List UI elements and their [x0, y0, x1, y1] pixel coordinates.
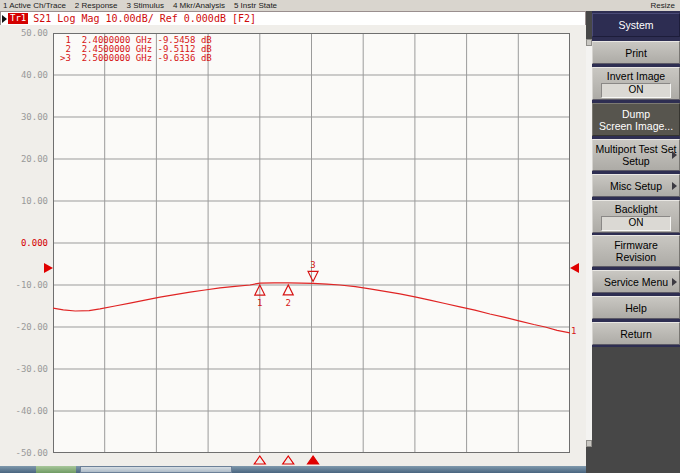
menu-item-5[interactable]: 5 Instr State — [234, 1, 277, 10]
marker-3-symbol[interactable]: 3 — [308, 260, 318, 281]
softkey-label: Misc Setup — [610, 180, 662, 192]
menu-item-1[interactable]: 1 Active Ch/Trace — [3, 1, 66, 10]
y-axis-label: -40.00 — [2, 406, 48, 416]
softkey-invert-image[interactable]: Invert ImageON — [592, 67, 680, 100]
resize-button[interactable]: Resize — [651, 1, 680, 10]
softkey-dump-screen-image[interactable]: DumpScreen Image... — [592, 103, 680, 136]
svg-text:1: 1 — [257, 298, 262, 308]
submenu-arrow-icon — [672, 151, 677, 159]
menu-item-4[interactable]: 4 Mkr/Analysis — [173, 1, 225, 10]
taskbar — [0, 466, 586, 473]
menu-item-2[interactable]: 2 Response — [75, 1, 118, 10]
active-trace-arrow-icon — [2, 15, 7, 23]
softkey-label: Service Menu — [604, 276, 668, 288]
scrollbar-bottom-nub[interactable] — [586, 440, 592, 447]
softkey-multiport-test-set-setup[interactable]: Multiport Test SetSetup — [592, 139, 680, 171]
softkey-firmware-revision[interactable]: FirmwareRevision — [592, 235, 680, 267]
menu-items: 1 Active Ch/Trace2 Response3 Stimulus4 M… — [0, 1, 277, 10]
submenu-arrow-icon — [672, 182, 677, 190]
svg-text:3: 3 — [310, 260, 315, 270]
marker-1-axis-indicator[interactable] — [254, 456, 265, 464]
marker-3-axis-indicator[interactable] — [308, 456, 319, 464]
softkey-label: Screen Image... — [599, 120, 673, 132]
softkey-column: SystemPrintInvert ImageONDumpScreen Imag… — [592, 11, 680, 347]
plot-grid: 123 — [53, 33, 570, 453]
y-axis-label: -10.00 — [2, 280, 48, 290]
marker-2-symbol[interactable]: 2 — [283, 285, 293, 308]
trace-format-text: S21 Log Mag 10.00dB/ Ref 0.000dB [F2] — [33, 13, 256, 24]
y-axis-label: 30.00 — [2, 112, 48, 122]
softkey-misc-setup[interactable]: Misc Setup — [592, 174, 680, 197]
softkey-help[interactable]: Help — [592, 296, 680, 319]
softkey-label: Print — [625, 47, 647, 59]
reference-level-marker-right — [570, 263, 579, 273]
y-axis-label: -20.00 — [2, 322, 48, 332]
trace-number-label: 1 — [571, 326, 576, 336]
backlight-state-indicator: ON — [601, 216, 671, 231]
reference-level-marker-left — [44, 263, 53, 273]
y-axis-label: 20.00 — [2, 154, 48, 164]
instrument-screen: 1 Active Ch/Trace2 Response3 Stimulus4 M… — [0, 0, 680, 473]
menu-item-3[interactable]: 3 Stimulus — [127, 1, 164, 10]
softkey-backlight[interactable]: BacklightON — [592, 200, 680, 233]
y-axis-label: -30.00 — [2, 364, 48, 374]
softkey-service-menu[interactable]: Service Menu — [592, 270, 680, 293]
softkey-sidebar: SystemPrintInvert ImageONDumpScreen Imag… — [586, 11, 680, 473]
svg-text:2: 2 — [286, 298, 291, 308]
y-axis-label: 50.00 — [2, 28, 48, 38]
softkey-system[interactable]: System — [592, 13, 680, 37]
y-axis-label: 40.00 — [2, 70, 48, 80]
softkey-label: Multiport Test Set — [596, 143, 677, 155]
softkey-return[interactable]: Return — [592, 322, 680, 345]
reference-level-value: 0.000 — [2, 238, 48, 248]
y-axis-label: -50.00 — [2, 448, 48, 458]
softkey-label: Setup — [622, 155, 649, 167]
trace-status-bar: Tr1 S21 Log Mag 10.00dB/ Ref 0.000dB [F2… — [0, 11, 586, 26]
marker-2-axis-indicator[interactable] — [283, 456, 294, 464]
taskbar-start-button[interactable] — [36, 466, 76, 473]
softkey-label: Revision — [616, 251, 656, 263]
plot-area: 50.0040.0030.0020.0010.000.000-10.00-20.… — [0, 25, 586, 466]
marker-readout-row: >3 2.5000000 GHz -9.6336 dB — [60, 54, 212, 63]
softkey-label: Help — [625, 302, 647, 314]
taskbar-app-button[interactable] — [80, 466, 232, 473]
trace1-badge[interactable]: Tr1 — [8, 13, 28, 24]
softkey-label: Return — [620, 328, 652, 340]
softkey-label: Firmware — [614, 239, 658, 251]
submenu-arrow-icon — [672, 278, 677, 286]
graticule-and-trace: 123 — [53, 33, 570, 453]
marker-readout-table: 1 2.4000000 GHz -9.5458 dB 2 2.4500000 G… — [60, 36, 212, 63]
softkey-label: System — [618, 19, 653, 31]
marker-axis-indicators[interactable] — [53, 454, 570, 466]
softkey-label: Backlight — [615, 203, 658, 215]
y-axis-label: 10.00 — [2, 196, 48, 206]
softkey-label: Dump — [622, 108, 650, 120]
softkey-label: Invert Image — [607, 70, 665, 82]
softkey-print[interactable]: Print — [592, 41, 680, 64]
invert-image-state-indicator: ON — [601, 83, 671, 98]
